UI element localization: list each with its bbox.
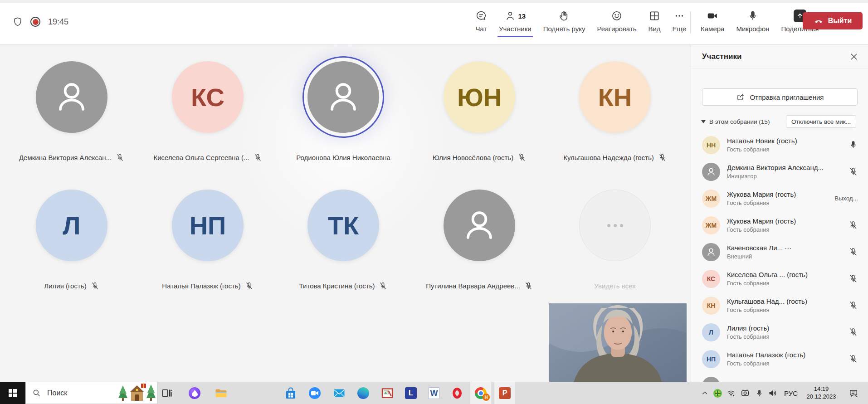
participant-tile[interactable]: ЮН Юлия Новосёлова (гость) [411, 61, 547, 162]
participant-row[interactable]: НН Наталья Новик (гость) Гость собрания [691, 131, 868, 158]
participant-row[interactable]: Демкина Виктория Александ... Инициатор [691, 158, 868, 185]
participant-tile[interactable]: КН Кульгашова Надежда (гость) [547, 61, 683, 162]
participant-name: Юлия Новосёлова (гость) [433, 154, 513, 161]
mic-muted-icon [254, 153, 262, 162]
tab-chat[interactable]: Чат [469, 7, 493, 38]
participant-row[interactable]: КН Кульгашова Над... (гость) Гость собра… [691, 292, 868, 319]
mail-app-icon[interactable] [329, 382, 350, 404]
tab-participants[interactable]: 13 Участники [493, 7, 537, 38]
tab-more-label: Еще [673, 25, 687, 33]
participant-name: Каченовская Ли... ··· [727, 244, 842, 252]
tray-notification-icon[interactable] [844, 382, 863, 404]
word-icon[interactable]: W [424, 382, 444, 404]
send-invite-label: Отправка приглашения [750, 93, 824, 101]
tab-chat-label: Чат [476, 25, 487, 33]
leave-button-label: Выйти [828, 17, 852, 25]
mic-muted-icon[interactable] [848, 327, 858, 337]
participant-tile[interactable]: ТК Титова Кристина (гость) [275, 190, 411, 290]
mic-muted-icon [116, 153, 124, 162]
participant-tile-active-speaker[interactable]: Родионова Юлия Николаевна [275, 61, 411, 162]
mic-muted-icon[interactable] [848, 220, 858, 230]
chat-icon [475, 10, 487, 22]
mic-muted-icon[interactable] [848, 354, 858, 364]
taskbar-search-input[interactable]: Поиск [25, 382, 158, 404]
avatar-active-speaker [307, 61, 379, 133]
start-button[interactable] [0, 382, 25, 404]
tab-raise-hand[interactable]: Поднять руку [537, 7, 591, 38]
edge-browser-icon[interactable] [353, 382, 374, 404]
avatar-initials: ТК [328, 211, 359, 240]
tray-cast-icon[interactable] [738, 382, 752, 404]
see-all-label: Увидеть всех [594, 282, 635, 290]
tab-more[interactable]: Еще [667, 7, 692, 38]
window-edge [0, 0, 868, 3]
tray-antivirus-icon[interactable] [711, 382, 724, 404]
close-panel-icon[interactable] [850, 53, 858, 61]
tab-view[interactable]: Вид [642, 7, 666, 38]
mic-on-icon[interactable] [848, 140, 858, 150]
send-invite-button[interactable]: Отправка приглашения [702, 88, 858, 106]
participants-panel: Участники Отправка приглашения В этом со… [691, 45, 868, 382]
alice-assistant-icon[interactable] [184, 382, 205, 404]
avatar [702, 163, 720, 181]
see-all-tile[interactable]: Увидеть всех [547, 190, 683, 290]
picture-manager-icon[interactable] [377, 382, 398, 404]
tray-wifi-icon[interactable] [725, 382, 737, 404]
mic-muted-icon[interactable] [848, 247, 858, 257]
hangup-icon [814, 16, 824, 26]
tray-language[interactable]: РУС [781, 382, 801, 404]
opera-browser-icon[interactable] [447, 382, 468, 404]
file-explorer-icon[interactable] [210, 382, 231, 404]
participant-row[interactable]: КС Киселева Ольга ... (гость) Гость собр… [691, 265, 868, 292]
leave-button[interactable]: Выйти [803, 12, 863, 29]
mic-muted-icon [524, 282, 533, 290]
task-view-button[interactable] [156, 382, 177, 404]
participant-tile[interactable]: Путилина Варвара Андреев... [411, 190, 547, 290]
avatar: ЖМ [702, 216, 720, 234]
zoom-app-icon[interactable] [304, 382, 325, 404]
participant-tile[interactable]: НП Наталья Палазюк (гость) [140, 190, 276, 290]
participant-name: Киселева Ольга ... (гость) [727, 271, 842, 278]
participant-row[interactable]: ЖМ Жукова Мария (гость) Гость собрания В… [691, 185, 868, 212]
mic-muted-icon[interactable] [848, 301, 858, 310]
mic-muted-icon[interactable] [848, 167, 858, 176]
raise-hand-icon [558, 10, 570, 22]
participant-row[interactable]: Каченовская Ли... ··· Внешний [691, 239, 868, 265]
microphone-button[interactable]: Микрофон [730, 7, 775, 38]
participant-tile[interactable]: КС Киселева Ольга Сергеевна (... [140, 61, 276, 162]
microsoft-store-icon[interactable] [280, 382, 301, 404]
section-caret-icon [701, 120, 706, 123]
microphone-label: Микрофон [736, 25, 769, 33]
avatar: ЖМ [702, 190, 720, 208]
powerpoint-icon[interactable]: P [494, 382, 515, 404]
participant-role: Гость собрания [727, 307, 842, 313]
tray-mic-icon[interactable] [753, 382, 766, 404]
tray-chevron-up-icon[interactable] [698, 382, 711, 404]
camera-button[interactable]: Камера [695, 7, 730, 38]
participant-row[interactable]: Л Лилия (гость) Гость собрания [691, 319, 868, 346]
participant-tile[interactable]: Л Лилия (гость) [4, 190, 140, 290]
participant-tile[interactable]: Демкина Виктория Алексан... [4, 61, 140, 162]
react-smiley-icon [611, 10, 623, 22]
participant-name: Родионова Юлия Николаевна [296, 154, 390, 161]
meeting-timer: 19:45 [48, 17, 68, 27]
participant-row[interactable]: ЖМ Жукова Мария (гость) Гость собрания [691, 212, 868, 239]
chrome-browser-icon[interactable]: H [470, 382, 491, 404]
avatar-initials: КС [191, 83, 224, 112]
recording-indicator-icon[interactable] [30, 17, 40, 27]
participant-row-partial[interactable] [691, 372, 868, 382]
participant-role: Гость собрания [727, 333, 842, 340]
participant-row[interactable]: НП Наталья Палазюк (гость) Гость собрани… [691, 346, 868, 372]
participant-name: Демкина Виктория Александ... [727, 164, 842, 171]
self-video-preview[interactable] [549, 303, 688, 382]
mic-muted-icon[interactable] [848, 274, 858, 283]
section-label[interactable]: В этом собрании (15) [709, 118, 770, 125]
security-shield-icon[interactable] [13, 16, 23, 27]
people-icon [504, 10, 516, 22]
tray-speaker-icon[interactable] [766, 382, 780, 404]
tab-react[interactable]: Реагировать [591, 7, 642, 38]
lightshot-icon[interactable]: L [400, 382, 421, 404]
tray-clock[interactable]: 14:19 20.12.2023 [802, 382, 841, 404]
tab-view-label: Вид [648, 25, 660, 33]
mute-all-button[interactable]: Отключить все мик... [786, 115, 856, 128]
